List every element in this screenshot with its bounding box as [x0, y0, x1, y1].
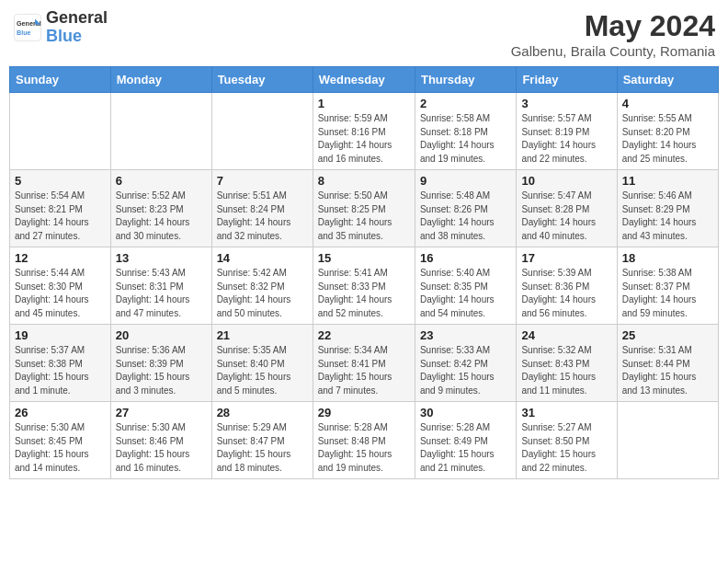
day-info: Sunrise: 5:35 AM Sunset: 8:40 PM Dayligh…: [217, 344, 308, 397]
day-info: Sunrise: 5:27 AM Sunset: 8:50 PM Dayligh…: [521, 421, 611, 475]
day-number: 6: [116, 174, 207, 188]
day-number: 20: [116, 328, 207, 342]
day-info: Sunrise: 5:40 AM Sunset: 8:35 PM Dayligh…: [420, 267, 511, 320]
calendar-table: SundayMondayTuesdayWednesdayThursdayFrid…: [9, 66, 719, 479]
day-info: Sunrise: 5:29 AM Sunset: 8:47 PM Dayligh…: [217, 421, 308, 475]
day-info: Sunrise: 5:41 AM Sunset: 8:33 PM Dayligh…: [318, 267, 410, 320]
day-number: 31: [521, 406, 611, 419]
logo-blue-text: Blue: [46, 28, 108, 46]
day-number: 5: [15, 174, 106, 188]
calendar-cell: [10, 93, 111, 170]
day-number: 23: [420, 328, 511, 342]
day-number: 13: [116, 251, 207, 265]
calendar-cell: 31Sunrise: 5:27 AM Sunset: 8:50 PM Dayli…: [517, 402, 617, 479]
day-info: Sunrise: 5:51 AM Sunset: 8:24 PM Dayligh…: [217, 190, 308, 243]
day-header-tuesday: Tuesday: [211, 67, 313, 93]
day-number: 4: [622, 97, 713, 110]
day-number: 21: [217, 328, 308, 342]
day-info: Sunrise: 5:57 AM Sunset: 8:19 PM Dayligh…: [521, 112, 611, 166]
calendar-cell: 30Sunrise: 5:28 AM Sunset: 8:49 PM Dayli…: [415, 402, 516, 479]
calendar-cell: [617, 402, 718, 479]
calendar-cell: 13Sunrise: 5:43 AM Sunset: 8:31 PM Dayli…: [110, 247, 211, 325]
day-number: 11: [622, 174, 713, 188]
title-block: May 2024 Galbenu, Braila County, Romania: [511, 9, 715, 59]
logo-icon: General Blue: [13, 13, 42, 42]
day-info: Sunrise: 5:55 AM Sunset: 8:20 PM Dayligh…: [622, 112, 713, 166]
day-info: Sunrise: 5:58 AM Sunset: 8:18 PM Dayligh…: [420, 112, 511, 166]
logo-text: General Blue: [46, 9, 108, 46]
calendar-week-4: 19Sunrise: 5:37 AM Sunset: 8:38 PM Dayli…: [10, 325, 719, 402]
calendar-cell: [211, 93, 313, 170]
svg-text:Blue: Blue: [17, 29, 31, 37]
calendar-week-3: 12Sunrise: 5:44 AM Sunset: 8:30 PM Dayli…: [10, 247, 719, 325]
calendar-cell: 23Sunrise: 5:33 AM Sunset: 8:42 PM Dayli…: [415, 325, 516, 402]
day-number: 14: [217, 251, 308, 265]
day-number: 28: [217, 406, 308, 419]
calendar-cell: 27Sunrise: 5:30 AM Sunset: 8:46 PM Dayli…: [110, 402, 211, 479]
day-number: 22: [318, 328, 410, 342]
calendar-cell: 20Sunrise: 5:36 AM Sunset: 8:39 PM Dayli…: [110, 325, 211, 402]
month-title: May 2024: [511, 9, 715, 43]
calendar-cell: [110, 93, 211, 170]
calendar-week-2: 5Sunrise: 5:54 AM Sunset: 8:21 PM Daylig…: [10, 170, 719, 247]
day-info: Sunrise: 5:44 AM Sunset: 8:30 PM Dayligh…: [15, 267, 106, 320]
day-number: 1: [318, 97, 410, 110]
calendar-cell: 17Sunrise: 5:39 AM Sunset: 8:36 PM Dayli…: [517, 247, 617, 325]
day-number: 24: [521, 328, 611, 342]
day-header-thursday: Thursday: [415, 67, 516, 93]
calendar-cell: 14Sunrise: 5:42 AM Sunset: 8:32 PM Dayli…: [211, 247, 313, 325]
logo-general-text: General: [46, 9, 108, 28]
day-number: 2: [420, 97, 511, 110]
day-number: 12: [15, 251, 106, 265]
day-number: 26: [15, 406, 106, 419]
day-info: Sunrise: 5:50 AM Sunset: 8:25 PM Dayligh…: [318, 190, 410, 243]
calendar-header-row: SundayMondayTuesdayWednesdayThursdayFrid…: [10, 67, 719, 93]
calendar-cell: 7Sunrise: 5:51 AM Sunset: 8:24 PM Daylig…: [211, 170, 313, 247]
calendar-cell: 15Sunrise: 5:41 AM Sunset: 8:33 PM Dayli…: [313, 247, 415, 325]
day-number: 3: [521, 97, 611, 110]
day-header-wednesday: Wednesday: [313, 67, 415, 93]
day-info: Sunrise: 5:32 AM Sunset: 8:43 PM Dayligh…: [521, 344, 611, 397]
day-header-monday: Monday: [110, 67, 211, 93]
calendar-cell: 2Sunrise: 5:58 AM Sunset: 8:18 PM Daylig…: [415, 93, 516, 170]
calendar-cell: 18Sunrise: 5:38 AM Sunset: 8:37 PM Dayli…: [617, 247, 718, 325]
day-header-saturday: Saturday: [617, 67, 718, 93]
day-info: Sunrise: 5:39 AM Sunset: 8:36 PM Dayligh…: [521, 267, 611, 320]
day-number: 19: [15, 328, 106, 342]
calendar-cell: 4Sunrise: 5:55 AM Sunset: 8:20 PM Daylig…: [617, 93, 718, 170]
day-info: Sunrise: 5:38 AM Sunset: 8:37 PM Dayligh…: [622, 267, 713, 320]
day-info: Sunrise: 5:42 AM Sunset: 8:32 PM Dayligh…: [217, 267, 308, 320]
day-info: Sunrise: 5:31 AM Sunset: 8:44 PM Dayligh…: [622, 344, 713, 397]
day-info: Sunrise: 5:34 AM Sunset: 8:41 PM Dayligh…: [318, 344, 410, 397]
day-info: Sunrise: 5:59 AM Sunset: 8:16 PM Dayligh…: [318, 112, 410, 166]
calendar-cell: 5Sunrise: 5:54 AM Sunset: 8:21 PM Daylig…: [10, 170, 111, 247]
day-info: Sunrise: 5:46 AM Sunset: 8:29 PM Dayligh…: [622, 190, 713, 243]
day-number: 29: [318, 406, 410, 419]
calendar-cell: 11Sunrise: 5:46 AM Sunset: 8:29 PM Dayli…: [617, 170, 718, 247]
calendar-cell: 26Sunrise: 5:30 AM Sunset: 8:45 PM Dayli…: [10, 402, 111, 479]
calendar-week-1: 1Sunrise: 5:59 AM Sunset: 8:16 PM Daylig…: [10, 93, 719, 170]
day-info: Sunrise: 5:33 AM Sunset: 8:42 PM Dayligh…: [420, 344, 511, 397]
day-info: Sunrise: 5:30 AM Sunset: 8:46 PM Dayligh…: [116, 421, 207, 475]
day-number: 16: [420, 251, 511, 265]
day-info: Sunrise: 5:28 AM Sunset: 8:49 PM Dayligh…: [420, 421, 511, 475]
day-info: Sunrise: 5:54 AM Sunset: 8:21 PM Dayligh…: [15, 190, 106, 243]
day-number: 25: [622, 328, 713, 342]
day-number: 15: [318, 251, 410, 265]
calendar-cell: 10Sunrise: 5:47 AM Sunset: 8:28 PM Dayli…: [517, 170, 617, 247]
day-info: Sunrise: 5:43 AM Sunset: 8:31 PM Dayligh…: [116, 267, 207, 320]
day-header-sunday: Sunday: [10, 67, 111, 93]
calendar-cell: 9Sunrise: 5:48 AM Sunset: 8:26 PM Daylig…: [415, 170, 516, 247]
logo: General Blue General Blue: [13, 9, 108, 46]
calendar-cell: 16Sunrise: 5:40 AM Sunset: 8:35 PM Dayli…: [415, 247, 516, 325]
day-number: 17: [521, 251, 611, 265]
calendar-cell: 28Sunrise: 5:29 AM Sunset: 8:47 PM Dayli…: [211, 402, 313, 479]
calendar-cell: 24Sunrise: 5:32 AM Sunset: 8:43 PM Dayli…: [517, 325, 617, 402]
day-number: 8: [318, 174, 410, 188]
calendar-cell: 29Sunrise: 5:28 AM Sunset: 8:48 PM Dayli…: [313, 402, 415, 479]
calendar-cell: 1Sunrise: 5:59 AM Sunset: 8:16 PM Daylig…: [313, 93, 415, 170]
calendar-cell: 22Sunrise: 5:34 AM Sunset: 8:41 PM Dayli…: [313, 325, 415, 402]
calendar-week-5: 26Sunrise: 5:30 AM Sunset: 8:45 PM Dayli…: [10, 402, 719, 479]
calendar-cell: 19Sunrise: 5:37 AM Sunset: 8:38 PM Dayli…: [10, 325, 111, 402]
day-header-friday: Friday: [517, 67, 617, 93]
